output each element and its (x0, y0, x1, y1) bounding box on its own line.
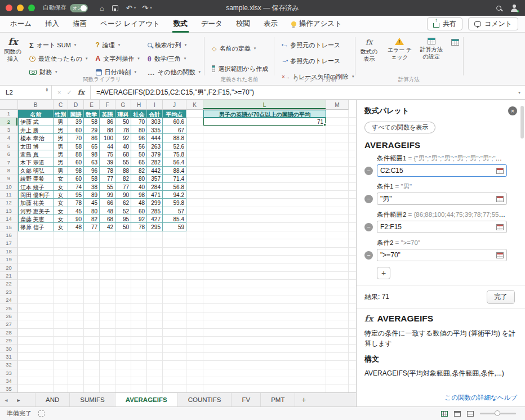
cell-L23[interactable] (203, 288, 326, 296)
cell-D20[interactable] (68, 263, 84, 271)
row-header-30[interactable]: 30 (0, 345, 18, 352)
cell-G21[interactable] (115, 272, 131, 280)
formula-bar-expand-icon[interactable]: ▾ (514, 90, 525, 95)
cell-J26[interactable] (163, 312, 186, 320)
cell-B24[interactable] (18, 296, 54, 304)
cell-E30[interactable] (84, 345, 100, 352)
toolbar-customize-caret-icon[interactable]: ▾ (150, 6, 152, 10)
cell-E18[interactable] (84, 248, 100, 256)
cell-B10[interactable]: 江本 綾子 (18, 183, 54, 191)
cell-E29[interactable] (84, 337, 100, 345)
cell-E31[interactable] (84, 353, 100, 361)
row-header-29[interactable]: 29 (0, 337, 18, 345)
cell-C17[interactable] (54, 239, 68, 247)
cell-C16[interactable] (54, 231, 68, 239)
row-header-15[interactable]: 15 (0, 223, 18, 231)
cell-M14[interactable] (326, 215, 349, 223)
cell-I10[interactable]: 284 (147, 183, 163, 191)
cell-M3[interactable] (326, 126, 349, 134)
cell-F23[interactable] (100, 288, 115, 296)
range-selector-icon[interactable] (496, 168, 504, 174)
cell-E5[interactable]: 65 (84, 142, 100, 150)
cell-K7[interactable] (186, 158, 203, 166)
cell-D9[interactable]: 60 (68, 175, 84, 182)
cell-K23[interactable] (186, 288, 203, 296)
cell-H19[interactable] (131, 256, 147, 263)
cell-L35[interactable] (203, 385, 326, 392)
cell-K25[interactable] (186, 304, 203, 312)
cell-I5[interactable]: 263 (147, 142, 163, 150)
cell-F27[interactable] (100, 320, 115, 328)
cell-D34[interactable] (68, 377, 84, 385)
cell-L33[interactable] (203, 369, 326, 377)
cell-F1[interactable]: 英語 (100, 110, 115, 118)
cell-M35[interactable] (326, 385, 349, 392)
cell-E22[interactable] (84, 280, 100, 288)
argument-input-1[interactable]: C2:C15 (377, 164, 507, 177)
cell-K17[interactable] (186, 239, 203, 247)
cell-D13[interactable]: 45 (68, 207, 84, 215)
cell-D11[interactable]: 95 (68, 191, 84, 199)
cell-I13[interactable]: 285 (147, 207, 163, 215)
cell-H3[interactable]: 80 (131, 126, 147, 134)
cell-B26[interactable] (18, 312, 54, 320)
cell-G13[interactable]: 52 (115, 207, 131, 215)
cell-L25[interactable] (203, 304, 326, 312)
add-argument-button[interactable]: + (377, 267, 390, 279)
cell-I6[interactable]: 379 (147, 150, 163, 158)
cell-C23[interactable] (54, 288, 68, 296)
cell-I2[interactable]: 303 (147, 118, 163, 126)
cell-E28[interactable] (84, 329, 100, 337)
cell-K24[interactable] (186, 296, 203, 304)
cell-I34[interactable] (147, 377, 163, 385)
cell-J7[interactable]: 56.4 (163, 158, 186, 166)
cell-K35[interactable] (186, 385, 203, 392)
cell-M22[interactable] (326, 280, 349, 288)
cell-H13[interactable]: 60 (131, 207, 147, 215)
row-header-35[interactable]: 35 (0, 385, 18, 392)
cell-B5[interactable]: 太田 博 (18, 142, 54, 150)
cell-C27[interactable] (54, 320, 68, 328)
row-header-9[interactable]: 9 (0, 175, 18, 182)
zoom-slider-knob[interactable] (495, 410, 500, 416)
cell-L24[interactable] (203, 296, 326, 304)
cell-I12[interactable]: 299 (147, 199, 163, 207)
cell-H4[interactable]: 96 (131, 134, 147, 142)
cell-L5[interactable] (203, 142, 326, 150)
cell-F8[interactable]: 78 (100, 167, 115, 175)
search-icon[interactable] (496, 6, 501, 11)
cell-D15[interactable]: 48 (68, 223, 84, 231)
cell-D10[interactable]: 74 (68, 183, 84, 191)
cell-I30[interactable] (147, 345, 163, 352)
cell-L8[interactable] (203, 167, 326, 175)
cell-G12[interactable]: 62 (115, 199, 131, 207)
cell-E14[interactable]: 82 (84, 215, 100, 223)
cell-K6[interactable] (186, 150, 203, 158)
cell-J5[interactable]: 52.6 (163, 142, 186, 150)
cell-C10[interactable]: 女 (54, 183, 68, 191)
row-header-12[interactable]: 12 (0, 199, 18, 207)
close-pane-icon[interactable]: × (508, 106, 517, 115)
cell-D14[interactable]: 90 (68, 215, 84, 223)
cell-G29[interactable] (115, 337, 131, 345)
cell-G28[interactable] (115, 329, 131, 337)
cell-H15[interactable]: 78 (131, 223, 147, 231)
column-header-L[interactable]: L (203, 100, 326, 110)
cell-D19[interactable] (68, 256, 84, 263)
cell-M19[interactable] (326, 256, 349, 263)
cell-D6[interactable]: 88 (68, 150, 84, 158)
cell-I25[interactable] (147, 304, 163, 312)
create-from-selection-button[interactable]: 選択範囲から作成 (210, 62, 270, 75)
cell-G32[interactable] (115, 361, 131, 369)
cell-G15[interactable]: 50 (115, 223, 131, 231)
cell-F34[interactable] (100, 377, 115, 385)
cell-F19[interactable] (100, 256, 115, 263)
cell-H20[interactable] (131, 263, 147, 271)
row-header-1[interactable]: 1 (0, 110, 18, 118)
row-header-14[interactable]: 14 (0, 215, 18, 223)
cell-B27[interactable] (18, 320, 54, 328)
tab-表示[interactable]: 表示 (257, 16, 284, 33)
cell-F33[interactable] (100, 369, 115, 377)
tab-描画[interactable]: 描画 (66, 16, 94, 33)
cell-H21[interactable] (131, 272, 147, 280)
